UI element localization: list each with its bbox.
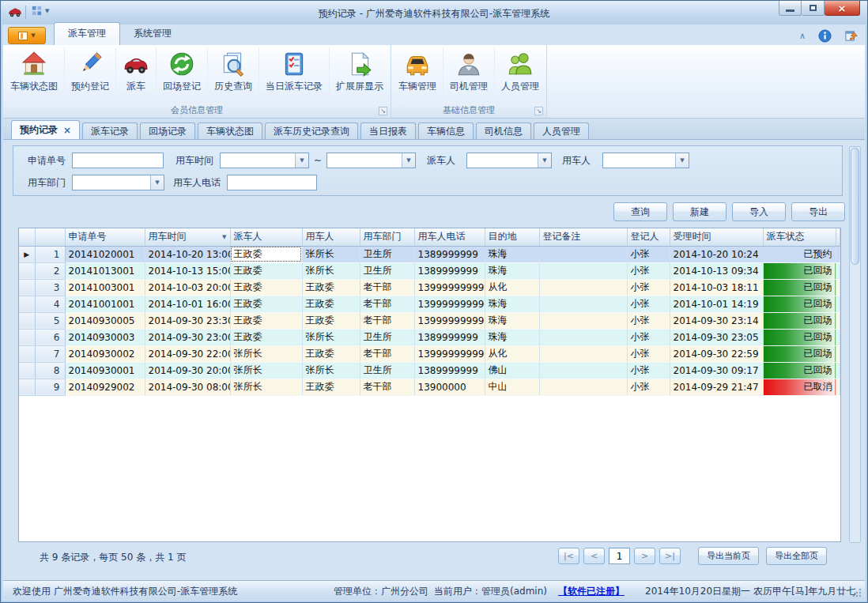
cell-registrar[interactable]: 小张 [627, 362, 670, 379]
cell-accept-time[interactable]: 2014-09-30 23:05 [670, 329, 763, 345]
cell-dispatcher[interactable]: 张所长 [230, 362, 302, 379]
ribbon-button-driver-manage[interactable]: 司机管理 [443, 47, 495, 103]
ribbon-button-personnel-manage[interactable]: 人员管理 [495, 47, 545, 103]
cell-destination[interactable]: 珠海 [485, 246, 539, 262]
register-help-icon[interactable] [844, 29, 858, 43]
cell-order-no[interactable]: 20140930005 [65, 312, 145, 329]
cell-use-time[interactable]: 2014-09-30 22:00 [145, 345, 230, 362]
table-row[interactable]: ▶ 1 20141020001 2014-10-20 13:00 王政委 张所长… [19, 246, 840, 262]
cell-remark[interactable] [539, 345, 627, 362]
info-icon[interactable] [818, 29, 832, 43]
header-use-time[interactable]: 用车时间▼ [145, 228, 230, 246]
cell-remark[interactable] [539, 262, 627, 279]
application-menu-button[interactable]: ▼ [8, 27, 46, 44]
cell-destination[interactable]: 佛山 [485, 362, 539, 379]
tab-reservation-records[interactable]: 预约记录 × [11, 120, 80, 139]
cell-use-time[interactable]: 2014-09-30 20:00 [145, 362, 230, 379]
cell-status[interactable]: 已回场 [763, 279, 836, 296]
cell-phone[interactable]: 13999999999 [414, 296, 485, 312]
cell-registrar[interactable]: 小张 [627, 296, 670, 312]
cell-dept[interactable]: 老干部 [360, 345, 414, 362]
last-page-button[interactable]: >| [659, 548, 681, 564]
cell-phone[interactable]: 13900000 [414, 379, 485, 395]
cell-registrar[interactable]: 小张 [627, 262, 670, 279]
header-registrar[interactable]: 登记人 [627, 228, 670, 246]
ribbon-button-vehicle-manage[interactable]: 车辆管理 [392, 47, 443, 103]
cell-dept[interactable]: 老干部 [360, 312, 414, 329]
cell-use-time[interactable]: 2014-09-30 08:00 [145, 379, 230, 395]
header-destination[interactable]: 目的地 [485, 228, 539, 246]
cell-dispatcher[interactable]: 王政委 [230, 262, 302, 279]
cell-registrar[interactable]: 小张 [627, 329, 670, 345]
ribbon-button-return-register[interactable]: 回场登记 [157, 47, 208, 103]
query-button[interactable]: 查询 [613, 202, 667, 221]
table-row[interactable]: 9 20140929002 2014-09-30 08:00 张所长 王政委 老… [19, 379, 840, 395]
cell-accept-time[interactable]: 2014-09-30 09:17 [670, 362, 763, 379]
vertical-scrollbar[interactable] [849, 146, 861, 543]
cell-registrar[interactable]: 小张 [627, 279, 670, 296]
cell-dispatcher[interactable]: 王政委 [230, 312, 302, 329]
cell-order-no[interactable]: 20140930003 [65, 329, 145, 345]
cell-registrar[interactable]: 小张 [627, 246, 670, 262]
tab-vehicle-info[interactable]: 车辆信息 [418, 122, 474, 139]
header-status[interactable]: 派车状态 [763, 228, 836, 246]
table-row[interactable]: 4 20141001001 2014-10-01 16:00 王政委 王政委 老… [19, 296, 840, 312]
header-remark[interactable]: 登记备注 [539, 228, 627, 246]
cell-user[interactable]: 张所长 [302, 362, 360, 379]
ribbon-button-vehicle-status-map[interactable]: 车辆状态图 [4, 47, 65, 103]
header-dept[interactable]: 用车部门 [360, 228, 414, 246]
cell-accept-time[interactable]: 2014-09-29 21:47 [670, 379, 763, 395]
cell-user[interactable]: 王政委 [302, 312, 360, 329]
create-button[interactable]: 新建 [673, 202, 726, 221]
order-no-input[interactable] [72, 153, 164, 168]
cell-remark[interactable] [539, 279, 627, 296]
cell-destination[interactable]: 珠海 [485, 296, 539, 312]
header-dispatcher[interactable]: 派车人 [230, 228, 302, 246]
cell-dispatcher[interactable]: 王政委 [230, 279, 302, 296]
cell-dept[interactable]: 卫生所 [360, 329, 414, 345]
cell-dept[interactable]: 老干部 [360, 379, 414, 395]
dialog-launcher-icon[interactable]: ↘ [534, 107, 543, 115]
close-tab-icon[interactable]: × [63, 125, 71, 136]
cell-order-no[interactable]: 20141013001 [65, 262, 145, 279]
cell-status[interactable]: 已回场 [763, 262, 836, 279]
cell-dept[interactable]: 卫生所 [360, 246, 414, 262]
cell-accept-time[interactable]: 2014-10-03 18:11 [670, 279, 763, 296]
header-phone[interactable]: 用车人电话 [414, 228, 485, 246]
cell-dept[interactable]: 老干部 [360, 296, 414, 312]
table-row[interactable]: 8 20140930001 2014-09-30 20:00 张所长 张所长 卫… [19, 362, 840, 379]
restore-button[interactable] [802, 1, 825, 16]
cell-remark[interactable] [539, 379, 627, 395]
table-row[interactable]: 3 20141003001 2014-10-03 20:00 王政委 王政委 老… [19, 279, 840, 296]
table-row[interactable]: 6 20140930003 2014-09-30 23:00 王政委 张所长 卫… [19, 329, 840, 345]
close-button[interactable]: × [825, 1, 860, 16]
minimize-button[interactable] [779, 1, 802, 16]
cell-use-time[interactable]: 2014-10-20 13:00 [145, 246, 230, 262]
cell-order-no[interactable]: 20140930001 [65, 362, 145, 379]
dispatcher-combo[interactable]: ▼ [466, 153, 552, 168]
ribbon-button-today-dispatch-records[interactable]: 当日派车记录 [259, 47, 330, 103]
cell-order-no[interactable]: 20141001001 [65, 296, 145, 312]
export-current-page-button[interactable]: 导出当前页 [698, 547, 759, 565]
cell-dispatcher[interactable]: 王政委 [230, 329, 302, 345]
cell-dispatcher[interactable]: 王政委 [230, 296, 302, 312]
dialog-launcher-icon[interactable]: ↘ [379, 107, 387, 115]
quick-access-layout-button[interactable]: ▼ [31, 5, 49, 17]
cell-status[interactable]: 已取消 [763, 379, 836, 395]
cell-status[interactable]: 已回场 [763, 345, 836, 362]
cell-use-time[interactable]: 2014-09-30 23:00 [145, 329, 230, 345]
cell-user[interactable]: 王政委 [302, 279, 360, 296]
cell-phone[interactable]: 13999999999 [414, 279, 485, 296]
cell-use-time[interactable]: 2014-10-01 16:00 [145, 296, 230, 312]
cell-destination[interactable]: 珠海 [485, 329, 539, 345]
cell-phone[interactable]: 13999999999 [414, 345, 485, 362]
sort-arrow-icon[interactable]: ▼ [222, 234, 226, 240]
cell-accept-time[interactable]: 2014-10-01 14:19 [670, 296, 763, 312]
cell-order-no[interactable]: 20141020001 [65, 246, 145, 262]
resize-grip-icon[interactable] [852, 588, 862, 597]
cell-phone[interactable]: 1389999999 [414, 246, 485, 262]
cell-phone[interactable]: 13999999999 [414, 312, 485, 329]
cell-destination[interactable]: 中山 [485, 379, 539, 395]
cell-dispatcher[interactable]: 张所长 [230, 379, 302, 395]
ribbon-button-extended-screen[interactable]: 扩展屏显示 [330, 47, 390, 103]
